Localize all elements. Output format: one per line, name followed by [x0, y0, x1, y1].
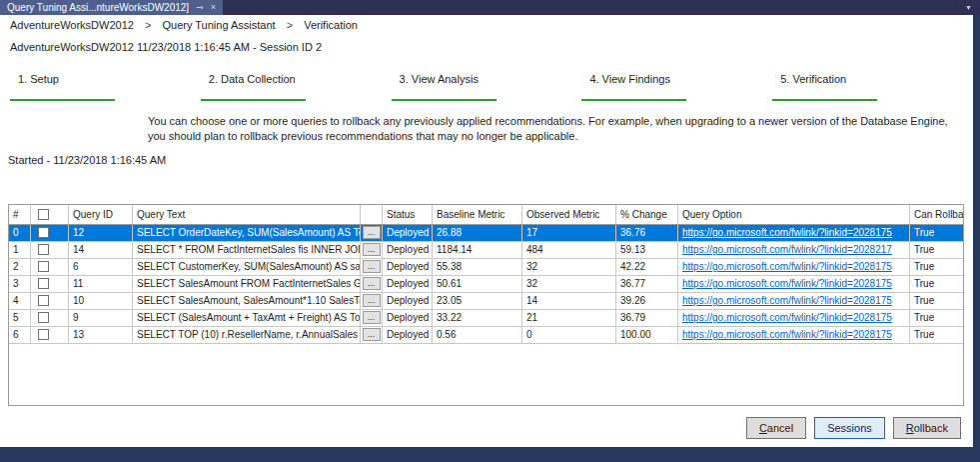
wizard-step-verification: 5. Verification — [772, 73, 963, 101]
row-select-cell[interactable] — [31, 276, 69, 292]
query-option-cell[interactable]: https://go.microsoft.com/fwlink/?linkid=… — [678, 259, 910, 275]
row-select-cell[interactable] — [31, 242, 69, 258]
row-index-cell[interactable]: 2 — [9, 259, 31, 275]
status-cell: Deployed — [383, 242, 433, 258]
expand-query-cell[interactable]: ... — [361, 327, 383, 343]
table-row[interactable]: 311SELECT SalesAmount FROM FactInternetS… — [9, 276, 963, 293]
query-option-link[interactable]: https://go.microsoft.com/fwlink/?linkid=… — [682, 244, 892, 255]
column-header-status[interactable]: Status — [383, 205, 433, 224]
table-row[interactable]: 410SELECT SalesAmount, SalesAmount*1.10 … — [9, 293, 963, 310]
expand-query-button[interactable]: ... — [363, 328, 381, 341]
column-header-baseline_metric[interactable]: Baseline Metric — [433, 205, 522, 224]
row-checkbox[interactable] — [38, 295, 49, 306]
row-checkbox[interactable] — [38, 329, 49, 340]
expand-query-cell[interactable]: ... — [361, 242, 383, 258]
query-option-cell[interactable]: https://go.microsoft.com/fwlink/?linkid=… — [678, 242, 910, 258]
expand-query-cell[interactable]: ... — [361, 225, 383, 241]
query-option-link[interactable]: https://go.microsoft.com/fwlink/?linkid=… — [682, 295, 892, 306]
column-header-query_id[interactable]: Query ID — [69, 205, 133, 224]
status-cell: Deployed — [383, 259, 433, 275]
pct-change-cell: 100.00 — [616, 327, 678, 343]
step-label: 2. Data Collection — [201, 73, 392, 85]
can-rollback-cell: True — [910, 327, 963, 343]
session-title: AdventureWorksDW2012 11/23/2018 1:16:45 … — [10, 41, 973, 53]
query-option-link[interactable]: https://go.microsoft.com/fwlink/?linkid=… — [682, 312, 892, 323]
query-option-link[interactable]: https://go.microsoft.com/fwlink/?linkid=… — [682, 278, 892, 289]
query-text-cell: SELECT TOP (10) r.ResellerName, r.Annual… — [133, 327, 361, 343]
baseline-metric-cell: 50.61 — [433, 276, 522, 292]
query-option-cell[interactable]: https://go.microsoft.com/fwlink/?linkid=… — [678, 310, 910, 326]
expand-query-button[interactable]: ... — [363, 277, 381, 290]
baseline-metric-cell: 26.88 — [433, 225, 522, 241]
query-option-cell[interactable]: https://go.microsoft.com/fwlink/?linkid=… — [678, 276, 910, 292]
expand-query-cell[interactable]: ... — [361, 259, 383, 275]
grid-header-row: #Query IDQuery TextStatusBaseline Metric… — [9, 205, 963, 225]
query-option-link[interactable]: https://go.microsoft.com/fwlink/?linkid=… — [682, 261, 892, 272]
row-index-cell[interactable]: 3 — [9, 276, 31, 292]
column-header-query_text[interactable]: Query Text — [133, 205, 361, 224]
baseline-metric-cell: 1184.14 — [433, 242, 522, 258]
pct-change-cell: 39.26 — [616, 293, 678, 309]
table-row[interactable]: 012SELECT OrderDateKey, SUM(SalesAmount)… — [9, 225, 963, 242]
column-header-observed_metric[interactable]: Observed Metric — [522, 205, 616, 224]
column-header-c-chk[interactable] — [31, 205, 69, 224]
breadcrumb: AdventureWorksDW2012 > Query Tuning Assi… — [0, 15, 973, 33]
row-select-cell[interactable] — [31, 310, 69, 326]
column-header-index[interactable]: # — [9, 205, 31, 224]
observed-metric-cell: 17 — [522, 225, 616, 241]
can-rollback-cell: True — [910, 259, 963, 275]
expand-query-button[interactable]: ... — [363, 294, 381, 307]
table-row[interactable]: 59SELECT (SalesAmount + TaxAmt + Freight… — [9, 310, 963, 327]
query-option-cell[interactable]: https://go.microsoft.com/fwlink/?linkid=… — [678, 327, 910, 343]
wizard-step-data-collection: 2. Data Collection — [201, 73, 392, 101]
row-select-cell[interactable] — [31, 225, 69, 241]
breadcrumb-assistant[interactable]: Query Tuning Assistant — [162, 19, 275, 31]
document-tab[interactable]: Query Tuning Assi...ntureWorksDW2012] ⊸ … — [0, 0, 223, 15]
breadcrumb-database[interactable]: AdventureWorksDW2012 — [10, 19, 134, 31]
step-label: 1. Setup — [10, 73, 201, 85]
sessions-button[interactable]: Sessions — [814, 417, 885, 439]
column-header-ellipsis[interactable] — [361, 205, 383, 224]
row-checkbox[interactable] — [38, 278, 49, 289]
row-checkbox[interactable] — [38, 244, 49, 255]
row-checkbox[interactable] — [38, 261, 49, 272]
expand-query-cell[interactable]: ... — [361, 310, 383, 326]
row-checkbox[interactable] — [38, 227, 49, 238]
expand-query-cell[interactable]: ... — [361, 276, 383, 292]
select-all-checkbox[interactable] — [38, 209, 49, 220]
row-index-cell[interactable]: 5 — [9, 310, 31, 326]
row-index-cell[interactable]: 4 — [9, 293, 31, 309]
table-row[interactable]: 26SELECT CustomerKey, SUM(SalesAmount) A… — [9, 259, 963, 276]
rollback-button[interactable]: Rollback — [893, 417, 961, 439]
observed-metric-cell: 21 — [522, 310, 616, 326]
query-option-cell[interactable]: https://go.microsoft.com/fwlink/?linkid=… — [678, 225, 910, 241]
query-id-cell: 10 — [69, 293, 133, 309]
column-header-can_rollback[interactable]: Can Rollback — [910, 205, 963, 224]
table-row[interactable]: 613SELECT TOP (10) r.ResellerName, r.Ann… — [9, 327, 963, 344]
column-header-query_option[interactable]: Query Option — [678, 205, 910, 224]
column-header-pct_change[interactable]: % Change — [616, 205, 678, 224]
table-row[interactable]: 114SELECT * FROM FactInternetSales fis I… — [9, 242, 963, 259]
expand-query-button[interactable]: ... — [363, 260, 381, 273]
row-select-cell[interactable] — [31, 259, 69, 275]
row-index-cell[interactable]: 1 — [9, 242, 31, 258]
expand-query-button[interactable]: ... — [363, 226, 381, 239]
pin-icon[interactable]: ⊸ — [196, 0, 204, 15]
row-checkbox[interactable] — [38, 312, 49, 323]
breadcrumb-verification[interactable]: Verification — [304, 19, 358, 31]
row-select-cell[interactable] — [31, 293, 69, 309]
row-index-cell[interactable]: 6 — [9, 327, 31, 343]
query-text-cell: SELECT (SalesAmount + TaxAmt + Freight) … — [133, 310, 361, 326]
row-index-cell[interactable]: 0 — [9, 225, 31, 241]
close-icon[interactable]: × — [211, 0, 216, 15]
expand-query-cell[interactable]: ... — [361, 293, 383, 309]
query-option-link[interactable]: https://go.microsoft.com/fwlink/?linkid=… — [682, 329, 892, 340]
expand-query-button[interactable]: ... — [363, 243, 381, 256]
expand-query-button[interactable]: ... — [363, 311, 381, 324]
step-underline — [10, 99, 115, 101]
tab-overflow-chevron-icon[interactable]: ▼ — [957, 0, 980, 15]
cancel-button[interactable]: Cancel — [746, 417, 806, 439]
query-option-cell[interactable]: https://go.microsoft.com/fwlink/?linkid=… — [678, 293, 910, 309]
query-option-link[interactable]: https://go.microsoft.com/fwlink/?linkid=… — [682, 227, 892, 238]
row-select-cell[interactable] — [31, 327, 69, 343]
